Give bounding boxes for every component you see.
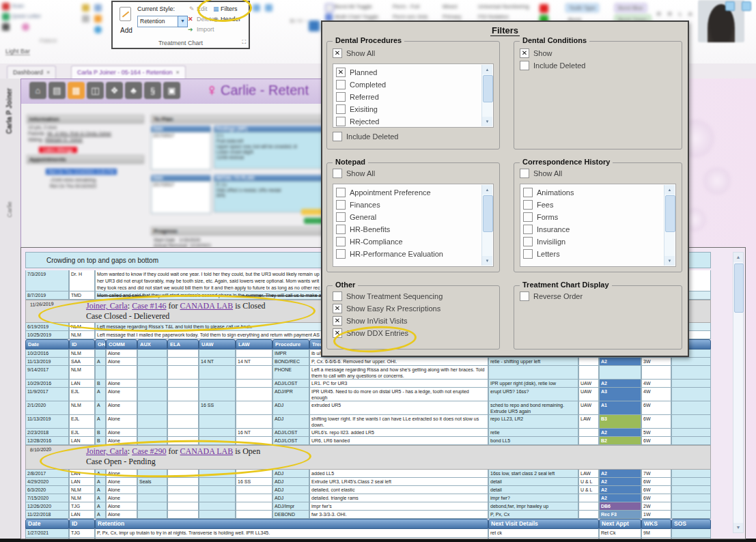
visit-row[interactable]: 2/1/2020NLMAAlone16 SSADJextruded UR5sch… [25,401,711,415]
scroll-up-icon[interactable]: ▲ [733,253,743,262]
style-dropdown[interactable]: Retention [137,16,180,27]
bond-blue-button[interactable]: Bond Blue [615,3,647,12]
correspondence-filter-checkbox[interactable]: Invisilign [523,236,663,248]
checkbox-icon[interactable]: ✕ [336,68,346,77]
checkbox-icon[interactable] [336,249,346,259]
visit-row[interactable]: 2/8/2017LANAAloneADJadded LL516ss low, s… [25,470,711,478]
undo-icon[interactable] [253,4,260,12]
visit-row[interactable]: 2/23/2018EJLBAlone16 NTADJ/LOSTURL6's. r… [25,429,711,437]
checkbox-icon[interactable] [336,212,346,222]
rla-buttons[interactable]: R R L A [657,11,695,17]
table-scrollbar[interactable]: ▲ ▼ [733,252,744,533]
procedure-filter-checkbox[interactable]: Referred [336,91,481,103]
fdi-notation-option[interactable]: FDI Notation [478,14,509,20]
checkbox-icon[interactable] [336,92,346,102]
retention-header-row[interactable]: DateIDRetentionNext Visit DetailsNext Ap… [25,519,711,529]
tree-icon[interactable]: ♣ [125,82,142,99]
column-header[interactable]: Procedure [272,339,309,350]
checkbox-icon[interactable]: ✕ [520,48,529,58]
perm-full-option[interactable]: Perm - Full [393,3,419,10]
home-icon[interactable]: ⌂ [29,82,46,99]
column-header[interactable]: LAW [236,339,272,350]
checkbox-icon[interactable] [336,188,346,197]
close-icon[interactable]: × [46,69,50,76]
column-header[interactable]: Next Visit Details [488,519,599,529]
notepad-filter-checkbox[interactable]: Appointment Preference [336,186,481,199]
condition-filter-checkbox[interactable]: Include Deleted [520,59,676,72]
column-header[interactable]: AUX [137,339,167,350]
filters-button[interactable]: Filters [221,5,238,12]
checkbox-icon[interactable]: ✕ [333,328,342,338]
add-button[interactable]: Add [120,27,132,34]
star-icon[interactable] [94,15,102,23]
correspondence-filter-checkbox[interactable]: Insurance [523,223,663,236]
visit-row[interactable]: 10/29/2016LANBAloneADJ/LOSTLR1. PC for U… [25,380,711,388]
scroll-up-icon[interactable]: ▲ [664,185,675,195]
case-link[interactable]: Case #290 [132,446,166,456]
column-header[interactable]: ID [69,519,95,529]
column-header[interactable]: SOS [671,519,711,529]
column-header[interactable]: ID [69,339,95,350]
style-dropdown-arrow-icon[interactable]: ▼ [178,16,188,27]
checkbox-icon[interactable]: ✕ [333,316,342,326]
checkbox-icon[interactable] [336,104,346,114]
patient-link[interactable]: Joiner, Carla [86,446,128,456]
checkbox-icon[interactable] [333,169,342,178]
display-filter-checkbox[interactable]: Reverse Order [520,290,676,302]
checkbox-icon[interactable] [523,200,533,210]
checkbox-icon[interactable] [523,212,533,222]
notepad-filter-checkbox[interactable]: HR-Compliance [336,236,481,248]
checkbox-icon[interactable] [336,200,346,210]
dialog-launcher-icon[interactable]: ⛶ [242,39,246,46]
current-appointment[interactable]: Ret Ck Thu 1/14/2021 3:20 PM [46,169,117,175]
tooth-icon[interactable] [2,13,10,20]
column-header[interactable]: COMM [106,339,137,350]
scrollbar-thumb[interactable] [665,195,675,232]
checkbox-icon[interactable] [336,237,346,246]
patient-link[interactable]: Joiner, Carla [86,301,128,311]
scan-button[interactable]: Scan [12,3,24,9]
red-swatch[interactable] [540,4,548,13]
format-buttons[interactable]: B / V ~ [290,18,307,24]
checkbox-icon[interactable] [520,61,529,70]
camera-icon[interactable]: ▣ [163,82,180,99]
tooth-type-button[interactable]: Tooth Type [565,3,599,12]
include-deleted-checkbox[interactable]: Include Deleted [333,130,398,143]
visit-row[interactable]: 12/26/2020TJGAAloneADJ/Imprimpr fwr'sdeb… [25,502,711,511]
tab-patient-chart[interactable]: Carla P Joiner - 05-164 - Retention× [71,66,186,79]
visit-row[interactable]: 11/13/2019SAAAAlone14 NT14 NTBOND/RECP, … [25,358,711,366]
checkbox-icon[interactable] [336,117,346,126]
light-bar-label[interactable]: Light Bar [5,48,30,55]
other-filter-checkbox[interactable]: ✕Show Easy Rx Prescriptions [333,302,494,315]
checkbox-icon[interactable] [520,291,529,301]
checkbox-icon[interactable] [333,132,342,141]
notepad-filter-checkbox[interactable]: Finances [336,199,481,211]
scrollbar-thumb[interactable] [483,75,493,102]
other-filter-checkbox[interactable]: Show Treatment Sequencing [333,290,494,302]
column-header[interactable]: ELA [167,339,199,350]
scan-icon[interactable] [2,3,10,10]
show-all-checkbox[interactable]: ✕Show All [333,47,375,59]
scrollbar-thumb[interactable] [734,263,744,313]
perm-wo-3rds-option[interactable]: Perm w/o 3rds [393,14,428,20]
side-tab-name[interactable]: Carla P Joiner [5,88,13,134]
calendar-icon[interactable]: ◫ [87,82,104,99]
column-header[interactable]: Date [25,339,69,350]
primary-option[interactable]: Primary [443,14,462,20]
show-all-checkbox[interactable]: Show All [520,167,562,180]
checkbox-icon[interactable] [333,291,342,301]
chart-icon[interactable]: ▦ [68,82,85,99]
multi-chart-toggle[interactable]: Multi Chart Toggle [335,14,378,20]
column-header[interactable]: Retention [95,519,488,529]
checkbox-icon[interactable] [523,237,533,246]
correspondence-filter-checkbox[interactable]: Animations [523,186,663,199]
quick-letter-button[interactable]: Quick Letter [12,13,41,19]
finance-icon[interactable]: § [144,82,161,99]
show-all-checkbox[interactable]: Show All [333,167,375,180]
checkbox-icon[interactable] [336,225,346,234]
visit-row[interactable]: 6/3/2020NLMAAloneADJdetailed, cont elast… [25,486,711,494]
scroll-up-icon[interactable]: ▲ [482,65,492,74]
globe-icon[interactable] [94,26,102,33]
bond-toggle-icon[interactable] [325,3,334,12]
correspondence-filter-checkbox[interactable]: Letters [523,248,663,260]
